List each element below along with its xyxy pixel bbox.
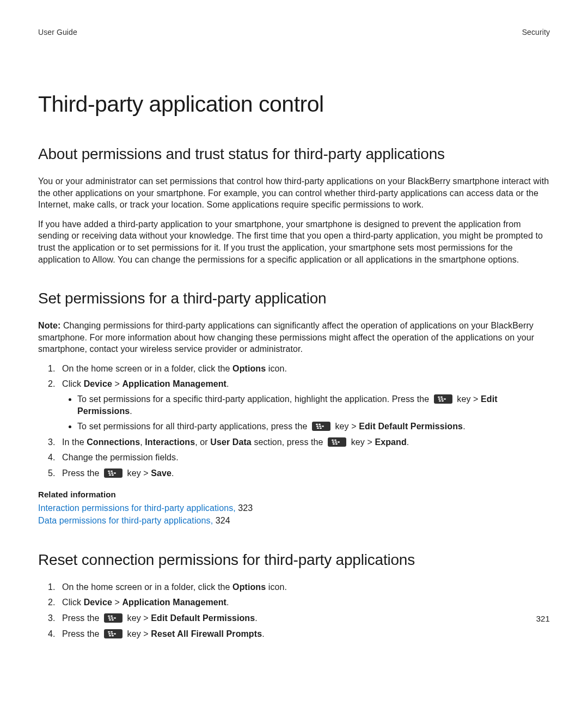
options-bold: Options xyxy=(232,364,266,373)
svg-point-2 xyxy=(438,398,440,400)
svg-point-19 xyxy=(333,443,335,445)
page-title: Third-party application control xyxy=(38,89,550,119)
text: . xyxy=(226,379,229,388)
reset-step-4: Press the key > Reset All Firewall Promp… xyxy=(58,628,550,640)
text: . xyxy=(226,598,229,607)
svg-point-37 xyxy=(108,633,111,635)
text: > xyxy=(112,379,122,388)
svg-point-41 xyxy=(112,635,114,636)
blackberry-key-icon xyxy=(104,629,122,638)
text: On the home screen or in a folder, click… xyxy=(62,582,232,592)
reset-step-3: Press the key > Edit Default Permissions… xyxy=(58,612,550,624)
svg-point-1 xyxy=(440,397,443,398)
set-heading: Set permissions for a third-party applic… xyxy=(38,288,550,309)
text: Press the xyxy=(62,629,102,638)
related-link-1[interactable]: Interaction permissions for third-party … xyxy=(38,503,238,513)
set-note: Note: Changing permissions for third-par… xyxy=(38,320,550,355)
related-link-2-row: Data permissions for third-party applica… xyxy=(38,515,550,527)
svg-point-18 xyxy=(338,441,340,443)
svg-point-17 xyxy=(335,441,337,443)
edit-default-permissions-bold: Edit Default Permissions xyxy=(151,613,255,623)
text: To set permissions for all third-party a… xyxy=(77,422,310,431)
text: Press the xyxy=(62,613,102,623)
related-link-2-page: 324 xyxy=(216,516,230,525)
svg-point-21 xyxy=(108,471,110,472)
page-number: 321 xyxy=(536,613,550,624)
text: , xyxy=(140,437,145,447)
section-reset: Reset connection permissions for third-p… xyxy=(38,550,550,640)
save-bold: Save xyxy=(151,468,171,478)
svg-point-27 xyxy=(112,474,114,476)
text: Press the xyxy=(62,468,102,478)
header-left: User Guide xyxy=(38,27,77,38)
expand-bold: Expand xyxy=(375,437,406,447)
set-step-5: Press the key > Save. xyxy=(58,467,550,479)
text: icon. xyxy=(266,364,287,373)
svg-point-31 xyxy=(111,617,113,619)
svg-point-33 xyxy=(109,619,111,621)
text: section, press the xyxy=(252,437,326,447)
text: To set permissions for a specific third-… xyxy=(77,394,432,404)
text: . xyxy=(463,422,465,431)
interactions-bold: Interactions xyxy=(145,437,195,447)
related-link-1-page: 323 xyxy=(238,503,253,513)
svg-point-10 xyxy=(319,425,321,427)
svg-point-32 xyxy=(114,617,116,619)
about-paragraph-2: If you have added a third-party applicat… xyxy=(38,218,550,265)
device-bold: Device xyxy=(84,598,112,607)
text: In the xyxy=(62,437,87,447)
svg-point-28 xyxy=(108,616,110,617)
reset-heading: Reset connection permissions for third-p… xyxy=(38,550,550,570)
text: icon. xyxy=(266,582,287,592)
about-heading: About permissions and trust status for t… xyxy=(38,144,550,165)
svg-point-3 xyxy=(441,398,443,400)
text: . xyxy=(255,613,258,623)
userdata-bold: User Data xyxy=(210,437,252,447)
text: key > xyxy=(348,437,375,447)
svg-point-34 xyxy=(112,619,114,621)
blackberry-key-icon xyxy=(104,468,122,478)
document-page: User Guide Security Third-party applicat… xyxy=(0,0,588,706)
svg-point-8 xyxy=(318,424,321,425)
text: Click xyxy=(62,379,84,388)
svg-point-0 xyxy=(438,397,440,398)
svg-point-6 xyxy=(442,400,444,402)
text: . xyxy=(130,406,132,416)
svg-point-39 xyxy=(114,633,116,635)
svg-point-36 xyxy=(111,631,113,632)
svg-point-38 xyxy=(111,633,113,635)
related-info-title: Related information xyxy=(38,489,550,500)
svg-point-11 xyxy=(322,425,324,427)
reset-step-1: On the home screen or in a folder, click… xyxy=(58,581,550,593)
svg-point-15 xyxy=(334,439,336,441)
blackberry-key-icon xyxy=(434,394,452,404)
related-link-1-row: Interaction permissions for third-party … xyxy=(38,502,550,514)
text: key > xyxy=(125,629,151,638)
set-step-2: Click Device > Application Management. T… xyxy=(58,378,550,432)
reset-firewall-bold: Reset All Firewall Prompts xyxy=(151,629,262,638)
svg-point-4 xyxy=(444,398,446,400)
note-body: Changing permissions for third-party app… xyxy=(38,321,534,354)
bullet-all-apps: To set permissions for all third-party a… xyxy=(77,421,550,433)
text: , or xyxy=(195,437,210,447)
text: On the home screen or in a folder, click… xyxy=(62,364,232,373)
svg-point-29 xyxy=(111,616,113,617)
header-right: Security xyxy=(522,27,550,38)
text: . xyxy=(171,468,174,478)
svg-point-22 xyxy=(111,471,113,472)
set-step-3: In the Connections, Interactions, or Use… xyxy=(58,436,550,448)
set-step-4: Change the permission fields. xyxy=(58,452,550,464)
svg-point-12 xyxy=(317,428,319,429)
bullet-specific-app: To set permissions for a specific third-… xyxy=(77,393,550,417)
svg-point-5 xyxy=(439,400,441,402)
text: key > xyxy=(125,613,151,623)
appmgmt-bold: Application Management xyxy=(122,598,226,607)
svg-point-7 xyxy=(316,424,318,425)
svg-point-40 xyxy=(109,635,111,636)
related-link-2[interactable]: Data permissions for third-party applica… xyxy=(38,516,216,525)
page-header: User Guide Security xyxy=(38,27,550,38)
appmgmt-bold: Application Management xyxy=(122,379,226,388)
text: > xyxy=(112,598,122,607)
set-step-2-bullets: To set permissions for a specific third-… xyxy=(62,393,550,433)
options-bold: Options xyxy=(232,582,266,592)
